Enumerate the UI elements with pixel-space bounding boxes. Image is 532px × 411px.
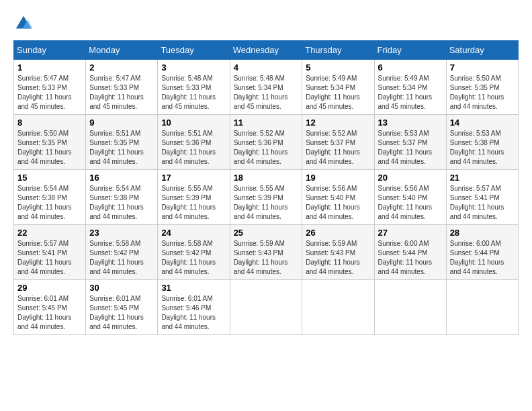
day-info: Sunrise: 6:00 AMSunset: 5:44 PMDaylight:… bbox=[450, 240, 504, 275]
day-cell-9: 9 Sunrise: 5:51 AMSunset: 5:35 PMDayligh… bbox=[86, 115, 158, 170]
day-number: 24 bbox=[161, 228, 226, 238]
calendar-table: SundayMondayTuesdayWednesdayThursdayFrid… bbox=[13, 40, 519, 335]
empty-cell bbox=[302, 280, 374, 335]
day-number: 1 bbox=[17, 62, 82, 73]
day-number: 28 bbox=[450, 228, 515, 238]
day-info: Sunrise: 5:50 AMSunset: 5:35 PMDaylight:… bbox=[17, 130, 72, 165]
day-cell-12: 12 Sunrise: 5:52 AMSunset: 5:37 PMDaylig… bbox=[302, 115, 374, 170]
day-number: 25 bbox=[234, 228, 299, 238]
day-number: 23 bbox=[89, 228, 154, 238]
day-info: Sunrise: 5:58 AMSunset: 5:42 PMDaylight:… bbox=[89, 240, 144, 275]
day-cell-11: 11 Sunrise: 5:52 AMSunset: 5:36 PMDaylig… bbox=[230, 115, 302, 170]
day-cell-30: 30 Sunrise: 6:01 AMSunset: 5:45 PMDaylig… bbox=[86, 280, 158, 335]
day-number: 10 bbox=[161, 118, 226, 128]
day-info: Sunrise: 5:59 AMSunset: 5:43 PMDaylight:… bbox=[234, 240, 288, 275]
day-cell-31: 31 Sunrise: 6:01 AMSunset: 5:46 PMDaylig… bbox=[158, 280, 230, 335]
day-info: Sunrise: 5:50 AMSunset: 5:35 PMDaylight:… bbox=[450, 75, 504, 110]
day-number: 5 bbox=[306, 62, 370, 73]
day-info: Sunrise: 6:00 AMSunset: 5:44 PMDaylight:… bbox=[378, 240, 433, 275]
day-cell-23: 23 Sunrise: 5:58 AMSunset: 5:42 PMDaylig… bbox=[86, 225, 158, 280]
day-info: Sunrise: 5:47 AMSunset: 5:33 PMDaylight:… bbox=[89, 75, 144, 110]
day-info: Sunrise: 5:47 AMSunset: 5:33 PMDaylight:… bbox=[17, 75, 72, 110]
day-cell-10: 10 Sunrise: 5:51 AMSunset: 5:36 PMDaylig… bbox=[158, 115, 230, 170]
day-number: 18 bbox=[234, 173, 299, 183]
day-cell-18: 18 Sunrise: 5:55 AMSunset: 5:39 PMDaylig… bbox=[230, 170, 302, 225]
day-number: 9 bbox=[89, 118, 154, 128]
day-info: Sunrise: 5:57 AMSunset: 5:41 PMDaylight:… bbox=[450, 185, 504, 220]
day-cell-27: 27 Sunrise: 6:00 AMSunset: 5:44 PMDaylig… bbox=[374, 225, 446, 280]
day-number: 30 bbox=[89, 283, 154, 293]
day-number: 8 bbox=[17, 118, 82, 128]
day-cell-21: 21 Sunrise: 5:57 AMSunset: 5:41 PMDaylig… bbox=[446, 170, 518, 225]
day-cell-17: 17 Sunrise: 5:55 AMSunset: 5:39 PMDaylig… bbox=[158, 170, 230, 225]
day-number: 4 bbox=[234, 62, 299, 73]
week-row-1: 1 Sunrise: 5:47 AMSunset: 5:33 PMDayligh… bbox=[14, 60, 519, 115]
day-info: Sunrise: 5:51 AMSunset: 5:36 PMDaylight:… bbox=[161, 130, 216, 165]
day-number: 21 bbox=[450, 173, 515, 183]
day-cell-2: 2 Sunrise: 5:47 AMSunset: 5:33 PMDayligh… bbox=[86, 60, 158, 115]
weekday-header-monday: Monday bbox=[86, 41, 158, 60]
day-number: 31 bbox=[161, 283, 226, 293]
empty-cell bbox=[230, 280, 302, 335]
day-cell-13: 13 Sunrise: 5:53 AMSunset: 5:37 PMDaylig… bbox=[374, 115, 446, 170]
day-info: Sunrise: 5:48 AMSunset: 5:34 PMDaylight:… bbox=[234, 75, 288, 110]
day-info: Sunrise: 5:57 AMSunset: 5:41 PMDaylight:… bbox=[17, 240, 72, 275]
weekday-header-row: SundayMondayTuesdayWednesdayThursdayFrid… bbox=[14, 41, 519, 60]
day-number: 3 bbox=[161, 62, 226, 73]
day-number: 12 bbox=[306, 118, 370, 128]
day-info: Sunrise: 5:53 AMSunset: 5:38 PMDaylight:… bbox=[450, 130, 504, 165]
day-cell-4: 4 Sunrise: 5:48 AMSunset: 5:34 PMDayligh… bbox=[230, 60, 302, 115]
day-number: 13 bbox=[378, 118, 443, 128]
week-row-3: 15 Sunrise: 5:54 AMSunset: 5:38 PMDaylig… bbox=[14, 170, 519, 225]
day-cell-1: 1 Sunrise: 5:47 AMSunset: 5:33 PMDayligh… bbox=[14, 60, 86, 115]
day-cell-7: 7 Sunrise: 5:50 AMSunset: 5:35 PMDayligh… bbox=[446, 60, 518, 115]
day-info: Sunrise: 5:52 AMSunset: 5:36 PMDaylight:… bbox=[234, 130, 288, 165]
day-info: Sunrise: 6:01 AMSunset: 5:45 PMDaylight:… bbox=[89, 295, 144, 330]
weekday-header-thursday: Thursday bbox=[302, 41, 374, 60]
day-cell-26: 26 Sunrise: 5:59 AMSunset: 5:43 PMDaylig… bbox=[302, 225, 374, 280]
day-number: 17 bbox=[161, 173, 226, 183]
day-cell-20: 20 Sunrise: 5:56 AMSunset: 5:40 PMDaylig… bbox=[374, 170, 446, 225]
day-info: Sunrise: 6:01 AMSunset: 5:45 PMDaylight:… bbox=[17, 295, 72, 330]
day-number: 16 bbox=[89, 173, 154, 183]
day-number: 2 bbox=[89, 62, 154, 73]
day-cell-25: 25 Sunrise: 5:59 AMSunset: 5:43 PMDaylig… bbox=[230, 225, 302, 280]
day-info: Sunrise: 5:51 AMSunset: 5:35 PMDaylight:… bbox=[89, 130, 144, 165]
logo bbox=[13, 13, 36, 34]
day-cell-5: 5 Sunrise: 5:49 AMSunset: 5:34 PMDayligh… bbox=[302, 60, 374, 115]
weekday-header-saturday: Saturday bbox=[446, 41, 518, 60]
weekday-header-wednesday: Wednesday bbox=[230, 41, 302, 60]
week-row-5: 29 Sunrise: 6:01 AMSunset: 5:45 PMDaylig… bbox=[14, 280, 519, 335]
day-cell-19: 19 Sunrise: 5:56 AMSunset: 5:40 PMDaylig… bbox=[302, 170, 374, 225]
week-row-2: 8 Sunrise: 5:50 AMSunset: 5:35 PMDayligh… bbox=[14, 115, 519, 170]
day-number: 20 bbox=[378, 173, 443, 183]
day-info: Sunrise: 5:59 AMSunset: 5:43 PMDaylight:… bbox=[306, 240, 360, 275]
day-number: 27 bbox=[378, 228, 443, 238]
day-info: Sunrise: 5:55 AMSunset: 5:39 PMDaylight:… bbox=[234, 185, 288, 220]
day-number: 7 bbox=[450, 62, 515, 73]
day-number: 22 bbox=[17, 228, 82, 238]
day-cell-8: 8 Sunrise: 5:50 AMSunset: 5:35 PMDayligh… bbox=[14, 115, 86, 170]
day-cell-15: 15 Sunrise: 5:54 AMSunset: 5:38 PMDaylig… bbox=[14, 170, 86, 225]
day-info: Sunrise: 5:54 AMSunset: 5:38 PMDaylight:… bbox=[89, 185, 144, 220]
header bbox=[13, 13, 519, 34]
weekday-header-tuesday: Tuesday bbox=[158, 41, 230, 60]
day-number: 26 bbox=[306, 228, 370, 238]
day-number: 19 bbox=[306, 173, 370, 183]
day-info: Sunrise: 5:53 AMSunset: 5:37 PMDaylight:… bbox=[378, 130, 433, 165]
day-info: Sunrise: 5:52 AMSunset: 5:37 PMDaylight:… bbox=[306, 130, 360, 165]
day-info: Sunrise: 5:58 AMSunset: 5:42 PMDaylight:… bbox=[161, 240, 216, 275]
empty-cell bbox=[446, 280, 518, 335]
logo-icon bbox=[13, 13, 34, 34]
weekday-header-sunday: Sunday bbox=[14, 41, 86, 60]
day-cell-24: 24 Sunrise: 5:58 AMSunset: 5:42 PMDaylig… bbox=[158, 225, 230, 280]
empty-cell bbox=[374, 280, 446, 335]
day-info: Sunrise: 5:55 AMSunset: 5:39 PMDaylight:… bbox=[161, 185, 216, 220]
day-info: Sunrise: 5:56 AMSunset: 5:40 PMDaylight:… bbox=[378, 185, 433, 220]
day-cell-14: 14 Sunrise: 5:53 AMSunset: 5:38 PMDaylig… bbox=[446, 115, 518, 170]
day-cell-29: 29 Sunrise: 6:01 AMSunset: 5:45 PMDaylig… bbox=[14, 280, 86, 335]
day-cell-3: 3 Sunrise: 5:48 AMSunset: 5:33 PMDayligh… bbox=[158, 60, 230, 115]
day-number: 11 bbox=[234, 118, 299, 128]
week-row-4: 22 Sunrise: 5:57 AMSunset: 5:41 PMDaylig… bbox=[14, 225, 519, 280]
day-cell-28: 28 Sunrise: 6:00 AMSunset: 5:44 PMDaylig… bbox=[446, 225, 518, 280]
